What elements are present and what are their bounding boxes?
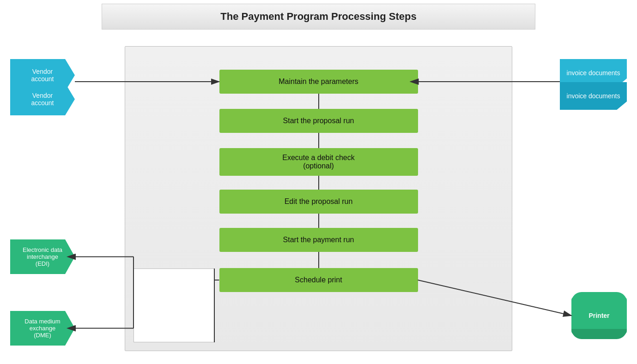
- printer-bottom: [571, 329, 627, 339]
- arrow-line: [318, 214, 319, 228]
- inner-box: [133, 269, 214, 342]
- arrow-line: [318, 94, 319, 109]
- dme-shape: Data medium exchange (DME): [10, 311, 75, 346]
- vendor-account-2: Vendor account: [10, 83, 75, 115]
- step-start-proposal-run: Start the proposal run: [219, 109, 418, 133]
- arrow-line: [318, 176, 319, 190]
- arrow-line: [318, 133, 319, 148]
- flow-container: Maintain the parameters Start the propos…: [125, 46, 512, 351]
- step-schedule-print: Schedule print: [219, 268, 418, 292]
- step-execute-debit-check: Execute a debit check(optional): [219, 148, 418, 176]
- invoice-documents-2: invoice documents: [560, 82, 627, 110]
- printer-top: [571, 292, 627, 302]
- edi-shape: Electronic data interchange (EDI): [10, 239, 75, 274]
- page-title: The Payment Program Processing Steps: [102, 4, 535, 30]
- arrow-line: [318, 252, 319, 268]
- step-maintain-parameters: Maintain the parameters: [219, 70, 418, 94]
- step-start-payment-run: Start the payment run: [219, 228, 418, 252]
- printer-body: Printer: [571, 297, 627, 334]
- printer-shape: Printer: [571, 292, 627, 339]
- step-edit-proposal-run: Edit the proposal run: [219, 190, 418, 214]
